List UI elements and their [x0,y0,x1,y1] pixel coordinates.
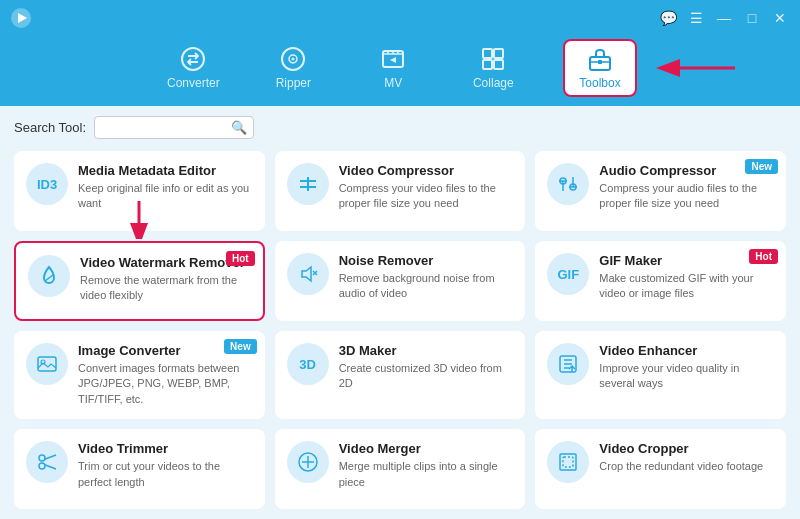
svg-point-34 [39,463,45,469]
nav-ripper-label: Ripper [276,76,311,90]
tool-desc-media-metadata: Keep original file info or edit as you w… [78,181,253,212]
tool-info-video-enhancer: Video Enhancer Improve your video qualit… [599,343,774,392]
tool-desc-video-watermark: Remove the watermark from the video flex… [80,273,251,304]
main-content: Search Tool: 🔍 ID3 Media Metadata Editor… [0,106,800,519]
tool-desc-video-trimmer: Trim or cut your videos to the perfect l… [78,459,253,490]
tool-icon-video-compressor [287,163,329,205]
tool-icon-video-enhancer [547,343,589,385]
tool-desc-noise-remover: Remove background noise from audio of vi… [339,271,514,302]
svg-point-2 [182,48,204,70]
tool-desc-video-compressor: Compress your video files to the proper … [339,181,514,212]
tool-info-video-trimmer: Video Trimmer Trim or cut your videos to… [78,441,253,490]
svg-line-35 [44,455,56,460]
tool-icon-gif-maker: GIF [547,253,589,295]
svg-point-33 [39,455,45,461]
tool-desc-audio-compressor: Compress your audio files to the proper … [599,181,774,212]
badge-video-watermark: Hot [226,251,255,266]
tool-info-video-merger: Video Merger Merge multiple clips into a… [339,441,514,490]
mv-icon [380,46,406,72]
tool-name-video-compressor: Video Compressor [339,163,514,178]
tool-name-video-cropper: Video Cropper [599,441,774,456]
nav-ripper[interactable]: Ripper [263,46,323,90]
svg-rect-12 [598,60,602,64]
badge-gif-maker: Hot [749,249,778,264]
search-icon[interactable]: 🔍 [231,120,247,135]
search-bar: Search Tool: 🔍 [14,116,786,139]
tool-desc-image-converter: Convert images formats between JPG/JPEG,… [78,361,253,407]
ripper-icon [280,46,306,72]
nav-mv-label: MV [384,76,402,90]
nav-converter[interactable]: Converter [163,46,223,90]
tool-info-video-cropper: Video Cropper Crop the redundant video f… [599,441,774,474]
tool-desc-3d-maker: Create customized 3D video from 2D [339,361,514,392]
tool-icon-image-converter [26,343,68,385]
tool-desc-gif-maker: Make customized GIF with your video or i… [599,271,774,302]
svg-point-5 [292,58,295,61]
maximize-button[interactable]: □ [742,10,762,26]
search-input-wrap: 🔍 [94,116,254,139]
svg-rect-9 [483,60,492,69]
tool-name-noise-remover: Noise Remover [339,253,514,268]
tool-card-video-cropper[interactable]: Video Cropper Crop the redundant video f… [535,429,786,509]
tool-card-gif-maker[interactable]: GIF GIF Maker Make customized GIF with y… [535,241,786,321]
tool-name-video-trimmer: Video Trimmer [78,441,253,456]
badge-audio-compressor: New [745,159,778,174]
nav-collage[interactable]: Collage [463,46,523,90]
tool-name-video-enhancer: Video Enhancer [599,343,774,358]
minimize-button[interactable]: — [714,10,734,26]
tool-desc-video-merger: Merge multiple clips into a single piece [339,459,514,490]
search-input[interactable] [101,121,231,135]
tool-desc-video-cropper: Crop the redundant video footage [599,459,774,474]
svg-rect-8 [494,49,503,58]
nav-toolbox[interactable]: Toolbox [563,39,636,97]
chat-icon[interactable]: 💬 [658,10,678,26]
app-logo [10,7,32,29]
tool-icon-video-trimmer [26,441,68,483]
collage-icon [480,46,506,72]
tool-name-gif-maker: GIF Maker [599,253,774,268]
tool-icon-noise-remover [287,253,329,295]
tool-card-3d-maker[interactable]: 3D 3D Maker Create customized 3D video f… [275,331,526,419]
badge-image-converter: New [224,339,257,354]
tool-card-image-converter[interactable]: Image Converter Convert images formats b… [14,331,265,419]
tool-info-noise-remover: Noise Remover Remove background noise fr… [339,253,514,302]
down-arrow-annotation [127,199,151,243]
tool-info-gif-maker: GIF Maker Make customized GIF with your … [599,253,774,302]
tool-card-video-enhancer[interactable]: Video Enhancer Improve your video qualit… [535,331,786,419]
tool-name-3d-maker: 3D Maker [339,343,514,358]
tool-card-video-trimmer[interactable]: Video Trimmer Trim or cut your videos to… [14,429,265,509]
tool-icon-media-metadata: ID3 [26,163,68,205]
tool-card-video-watermark[interactable]: Video Watermark Remover Remove the water… [14,241,265,321]
nav-converter-label: Converter [167,76,220,90]
svg-rect-41 [563,457,573,467]
close-button[interactable]: ✕ [770,10,790,26]
tools-grid: ID3 Media Metadata Editor Keep original … [14,151,786,509]
tool-card-audio-compressor[interactable]: Audio Compressor Compress your audio fil… [535,151,786,231]
red-arrow [650,52,740,84]
tool-info-3d-maker: 3D Maker Create customized 3D video from… [339,343,514,392]
tool-icon-video-watermark [28,255,70,297]
search-label: Search Tool: [14,120,86,135]
tool-icon-video-cropper [547,441,589,483]
svg-line-36 [44,465,56,470]
tool-icon-3d-maker: 3D [287,343,329,385]
tool-name-video-merger: Video Merger [339,441,514,456]
tool-card-video-merger[interactable]: Video Merger Merge multiple clips into a… [275,429,526,509]
tool-info-video-compressor: Video Compressor Compress your video fil… [339,163,514,212]
tool-icon-audio-compressor [547,163,589,205]
tool-info-media-metadata: Media Metadata Editor Keep original file… [78,163,253,212]
svg-line-22 [45,275,53,281]
converter-icon [180,46,206,72]
svg-rect-7 [483,49,492,58]
tool-name-media-metadata: Media Metadata Editor [78,163,253,178]
titlebar: 💬 ☰ — □ ✕ [0,0,800,36]
nav-collage-label: Collage [473,76,514,90]
menu-icon[interactable]: ☰ [686,10,706,26]
tool-desc-video-enhancer: Improve your video quality in several wa… [599,361,774,392]
tool-icon-video-merger [287,441,329,483]
tool-card-noise-remover[interactable]: Noise Remover Remove background noise fr… [275,241,526,321]
svg-rect-27 [38,357,56,371]
nav-mv[interactable]: MV [363,46,423,90]
tool-card-video-compressor[interactable]: Video Compressor Compress your video fil… [275,151,526,231]
toolbox-icon [587,46,613,72]
